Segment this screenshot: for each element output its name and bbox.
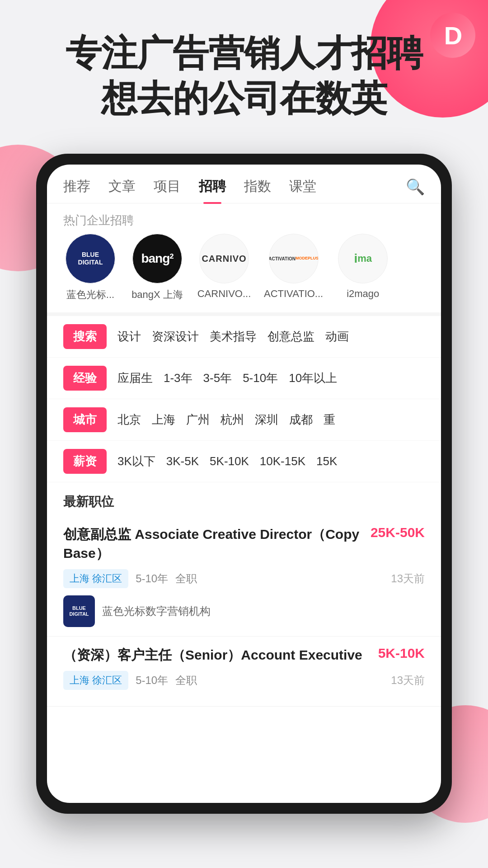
app-logo[interactable]: D [430, 13, 475, 58]
company-name-carnivo: CARNIVO... [197, 288, 251, 300]
filter-tag-experience[interactable]: 经验 [63, 366, 107, 391]
job-company-logo-1: BLUEDIGITAL [63, 595, 95, 627]
job-experience-2: 5-10年 [136, 673, 168, 688]
hero-line2: 想去的公司在数英 [101, 78, 387, 118]
search-icon[interactable]: 🔍 [406, 178, 425, 196]
job-meta-2: 上海 徐汇区 5-10年 全职 13天前 [63, 671, 425, 690]
filter-option-shanghai[interactable]: 上海 [152, 412, 175, 428]
filter-option-chengdu[interactable]: 成都 [289, 412, 313, 428]
job-company-name-1: 蓝色光标数字营销机构 [102, 604, 211, 618]
filter-option-shenzhen[interactable]: 深圳 [255, 412, 278, 428]
phone-screen: 推荐 文章 项目 招聘 指数 课堂 🔍 热门企业招聘 BLUEDIGITAL 蓝… [47, 165, 441, 803]
company-item-activation[interactable]: ACTIVATIONMODEPLUS ACTIVATIO... [264, 234, 323, 302]
jobs-section-title: 最新职位 [47, 482, 441, 516]
company-name-i2mago: i2mago [347, 288, 379, 300]
filter-option-fresh[interactable]: 应届生 [117, 370, 153, 386]
job-type-2: 全职 [175, 673, 197, 688]
hero-title: 专注广告营销人才招聘 想去的公司在数英 [27, 31, 461, 121]
company-logo-i2mago: ima [338, 234, 388, 283]
filter-row-city: 城市 北京 上海 广州 杭州 深圳 成都 重 [47, 399, 441, 441]
job-card-1[interactable]: 创意副总监 Associate Creative Director（Copy B… [47, 516, 441, 637]
filter-option-10plus[interactable]: 10年以上 [289, 370, 337, 386]
job-title-row-1: 创意副总监 Associate Creative Director（Copy B… [63, 525, 425, 563]
filter-option-more-city[interactable]: 重 [324, 412, 335, 428]
company-item-carnivo[interactable]: CARNIVO CARNIVO... [197, 234, 251, 302]
filter-tag-salary[interactable]: 薪资 [63, 449, 107, 474]
app-logo-letter: D [444, 21, 461, 50]
filter-tag-city[interactable]: 城市 [63, 407, 107, 432]
nav-item-recommend[interactable]: 推荐 [63, 177, 90, 196]
job-title-row-2: （资深）客户主任（Senior）Account Executive 5K-10K [63, 646, 425, 665]
filter-tag-search[interactable]: 搜索 [63, 324, 107, 349]
company-logo-carnivo: CARNIVO [199, 234, 249, 283]
filter-option-animation[interactable]: 动画 [325, 329, 349, 344]
job-posted-2: 13天前 [391, 673, 425, 688]
filter-option-3-5[interactable]: 3-5年 [203, 370, 232, 386]
phone-nav: 推荐 文章 项目 招聘 指数 课堂 🔍 [47, 165, 441, 203]
filter-option-beijing[interactable]: 北京 [117, 412, 141, 428]
filter-option-art-director[interactable]: 美术指导 [210, 329, 257, 344]
company-item-i2mago[interactable]: ima i2mago [336, 234, 390, 302]
job-meta-1: 上海 徐汇区 5-10年 全职 13天前 [63, 569, 425, 588]
filter-row-search: 搜索 设计 资深设计 美术指导 创意总监 动画 [47, 316, 441, 358]
hero-line1: 专注广告营销人才招聘 [66, 33, 422, 73]
filter-row-salary: 薪资 3K以下 3K-5K 5K-10K 10K-15K 15K [47, 441, 441, 482]
filter-option-senior-design[interactable]: 资深设计 [152, 329, 199, 344]
job-location-2: 上海 徐汇区 [63, 671, 128, 690]
company-name-activation: ACTIVATIO... [264, 288, 323, 300]
job-experience-1: 5-10年 [136, 571, 168, 586]
job-location-1: 上海 徐汇区 [63, 569, 128, 588]
company-item-bangx[interactable]: bang² bangX 上海 [130, 234, 184, 302]
filter-option-hangzhou[interactable]: 杭州 [221, 412, 244, 428]
company-name-blue-digital: 蓝色光标... [66, 288, 114, 302]
company-logo-blue-digital: BLUEDIGITAL [66, 234, 115, 283]
nav-item-recruit[interactable]: 招聘 [199, 177, 226, 196]
phone-frame: 推荐 文章 项目 招聘 指数 课堂 🔍 热门企业招聘 BLUEDIGITAL 蓝… [36, 154, 452, 814]
filter-option-5-10[interactable]: 5-10年 [243, 370, 278, 386]
filter-option-1-3[interactable]: 1-3年 [164, 370, 192, 386]
company-name-bangx: bangX 上海 [131, 288, 183, 302]
filter-option-15k[interactable]: 15K [316, 454, 337, 468]
filter-option-creative-director[interactable]: 创意总监 [267, 329, 314, 344]
job-card-2[interactable]: （资深）客户主任（Senior）Account Executive 5K-10K… [47, 637, 441, 707]
filter-option-design[interactable]: 设计 [117, 329, 141, 344]
job-salary-2: 5K-10K [378, 646, 425, 661]
job-title-1: 创意副总监 Associate Creative Director（Copy B… [63, 525, 363, 563]
nav-item-project[interactable]: 项目 [154, 177, 181, 196]
job-salary-1: 25K-50K [371, 525, 425, 540]
filter-option-5k-10k[interactable]: 5K-10K [210, 454, 249, 468]
company-item-blue-digital[interactable]: BLUEDIGITAL 蓝色光标... [63, 234, 117, 302]
filter-section: 搜索 设计 资深设计 美术指导 创意总监 动画 经验 应届生 1-3年 3-5年… [47, 312, 441, 482]
filter-option-3k-5k[interactable]: 3K-5K [166, 454, 199, 468]
company-logo-bangx: bang² [132, 234, 182, 283]
hero-section: 专注广告营销人才招聘 想去的公司在数英 [0, 31, 488, 121]
filter-option-guangzhou[interactable]: 广州 [186, 412, 210, 428]
filter-row-experience: 经验 应届生 1-3年 3-5年 5-10年 10年以上 [47, 358, 441, 399]
filter-option-3k-below[interactable]: 3K以下 [117, 453, 155, 469]
company-logo-activation: ACTIVATIONMODEPLUS [269, 234, 319, 283]
nav-item-article[interactable]: 文章 [108, 177, 136, 196]
job-company-row-1: BLUEDIGITAL 蓝色光标数字营销机构 [63, 595, 425, 627]
job-posted-1: 13天前 [391, 571, 425, 586]
nav-items: 推荐 文章 项目 招聘 指数 课堂 [63, 177, 406, 196]
job-type-1: 全职 [175, 571, 197, 586]
nav-item-class[interactable]: 课堂 [289, 177, 316, 196]
company-row: BLUEDIGITAL 蓝色光标... bang² bangX 上海 CARNI… [47, 234, 441, 312]
hot-companies-label: 热门企业招聘 [47, 203, 441, 234]
filter-option-10k-15k[interactable]: 10K-15K [260, 454, 305, 468]
jobs-section: 最新职位 创意副总监 Associate Creative Director（C… [47, 482, 441, 803]
job-title-2: （资深）客户主任（Senior）Account Executive [63, 646, 371, 665]
phone-wrapper: 推荐 文章 项目 招聘 指数 课堂 🔍 热门企业招聘 BLUEDIGITAL 蓝… [36, 154, 452, 814]
nav-item-index[interactable]: 指数 [244, 177, 271, 196]
